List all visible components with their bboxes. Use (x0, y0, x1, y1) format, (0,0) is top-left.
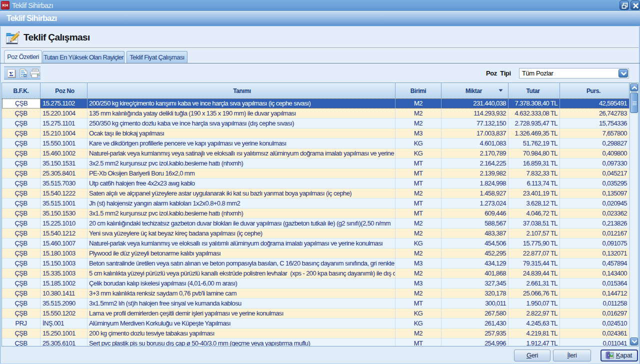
svg-text:Σ: Σ (9, 70, 14, 78)
